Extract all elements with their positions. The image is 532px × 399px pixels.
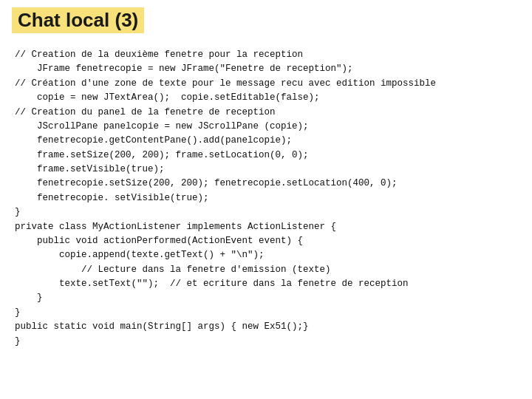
code-line: fenetrecopie.setSize(200, 200); fenetrec… bbox=[15, 177, 517, 191]
page-title: Chat local (3) bbox=[15, 7, 141, 33]
code-line: private class MyActionListener implement… bbox=[15, 220, 517, 234]
code-line: public static void main(String[] args) {… bbox=[15, 320, 517, 334]
code-line: fenetrecopie. setVisible(true); bbox=[15, 191, 517, 205]
code-line: // Creation de la deuxième fenetre pour … bbox=[15, 48, 517, 62]
code-line: // Lecture dans la fenetre d'emission (t… bbox=[15, 263, 517, 277]
code-block: // Creation de la deuxième fenetre pour … bbox=[15, 45, 517, 352]
code-line: } bbox=[15, 205, 517, 219]
code-line: frame.setSize(200, 200); frame.setLocati… bbox=[15, 149, 517, 163]
code-line: public void actionPerformed(ActionEvent … bbox=[15, 234, 517, 248]
code-line: JFrame fenetrecopie = new JFrame("Fenetr… bbox=[15, 62, 517, 76]
code-line: } bbox=[15, 335, 517, 349]
title-container: Chat local (3) bbox=[15, 7, 141, 33]
code-line: // Création d'une zone de texte pour le … bbox=[15, 77, 517, 91]
code-line: frame.setVisible(true); bbox=[15, 163, 517, 177]
code-line: fenetrecopie.getContentPane().add(panelc… bbox=[15, 134, 517, 148]
code-line: // Creation du panel de la fenetre de re… bbox=[15, 106, 517, 120]
code-line: copie.append(texte.getText() + "\n"); bbox=[15, 248, 517, 262]
page-container: Chat local (3) // Creation de la deuxièm… bbox=[0, 0, 532, 399]
code-line: copie = new JTextArea(); copie.setEditab… bbox=[15, 91, 517, 105]
code-line: texte.setText(""); // et ecriture dans l… bbox=[15, 277, 517, 291]
code-line: } bbox=[15, 306, 517, 320]
code-line: } bbox=[15, 291, 517, 305]
code-line: JScrollPane panelcopie = new JScrollPane… bbox=[15, 120, 517, 134]
